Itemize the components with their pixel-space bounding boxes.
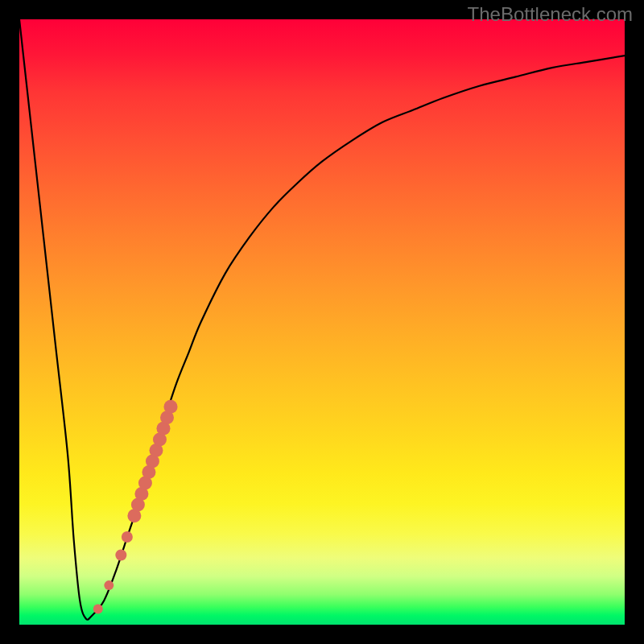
watermark-text: TheBottleneck.com xyxy=(468,3,633,26)
plot-area xyxy=(19,19,625,625)
marker-group xyxy=(93,400,178,614)
marker-dot xyxy=(122,531,133,543)
chart-container: TheBottleneck.com xyxy=(0,0,644,644)
marker-dot xyxy=(104,580,114,590)
curve-svg xyxy=(19,19,625,625)
marker-dot xyxy=(164,400,178,414)
bottleneck-curve-path xyxy=(19,19,625,620)
marker-dot xyxy=(115,550,126,561)
marker-dot xyxy=(93,604,103,613)
